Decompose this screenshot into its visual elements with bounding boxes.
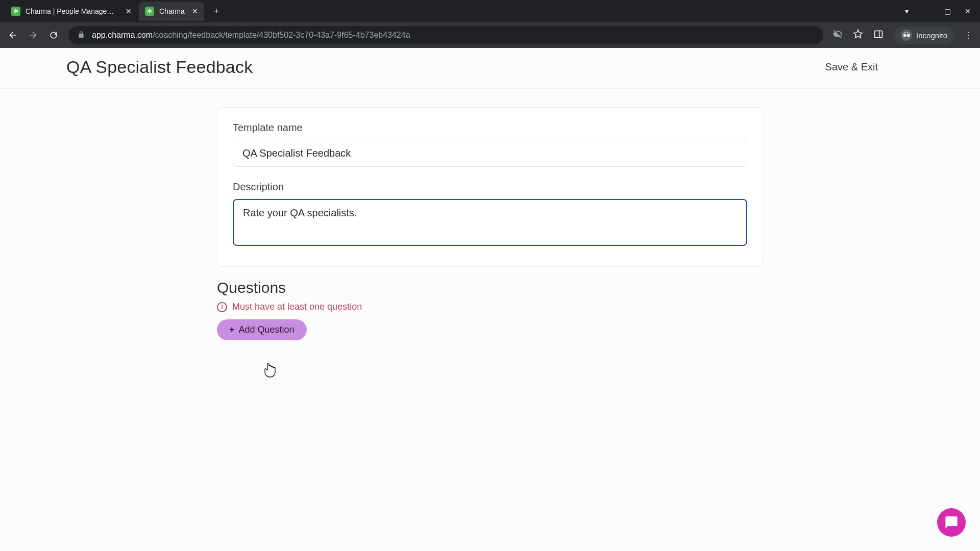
tab-bar: ✻ Charma | People Management S ✕ ✻ Charm… — [0, 0, 980, 22]
description-input[interactable] — [233, 199, 747, 246]
plus-icon: + — [229, 324, 235, 335]
chevron-down-icon[interactable]: ▾ — [901, 7, 912, 15]
description-field: Description — [233, 181, 747, 248]
url-text: app.charma.com/coaching/feedback/templat… — [92, 31, 410, 40]
description-label: Description — [233, 181, 747, 193]
questions-warning-text: Must have at least one question — [232, 302, 362, 312]
content: Template name Description Questions ! Mu… — [0, 89, 980, 340]
back-icon[interactable] — [7, 30, 18, 41]
maximize-icon[interactable]: ▢ — [942, 7, 952, 15]
forward-icon — [28, 30, 39, 41]
window-controls: ▾ — ▢ ✕ — [901, 7, 980, 15]
new-tab-button[interactable]: + — [208, 3, 225, 19]
chat-fab[interactable] — [937, 508, 966, 537]
pointer-cursor-icon — [263, 363, 277, 378]
questions-heading: Questions — [217, 279, 763, 296]
tab-title: Charma | People Management S — [26, 7, 118, 15]
alert-icon: ! — [217, 302, 227, 312]
tab-title: Charma — [159, 7, 185, 15]
incognito-icon: 🕶 — [901, 30, 912, 41]
template-name-input[interactable] — [233, 140, 747, 167]
page-title: QA Specialist Feedback — [66, 57, 253, 77]
close-icon[interactable]: ✕ — [126, 7, 132, 15]
template-card: Template name Description — [217, 107, 763, 267]
questions-section: Questions ! Must have at least one quest… — [217, 279, 763, 340]
browser-chrome: ✻ Charma | People Management S ✕ ✻ Charm… — [0, 0, 980, 48]
address-bar: app.charma.com/coaching/feedback/templat… — [0, 22, 980, 48]
browser-tab[interactable]: ✻ Charma | People Management S ✕ — [5, 2, 138, 21]
incognito-label: Incognito — [916, 31, 947, 40]
template-name-field: Template name — [233, 122, 747, 167]
url-field[interactable]: app.charma.com/coaching/feedback/templat… — [68, 26, 823, 44]
favicon-icon: ✻ — [11, 7, 20, 16]
close-window-icon[interactable]: ✕ — [963, 7, 973, 15]
eye-off-icon[interactable] — [832, 29, 843, 41]
page-header: QA Specialist Feedback Save & Exit — [0, 48, 980, 89]
favicon-icon: ✻ — [145, 7, 154, 16]
star-icon[interactable] — [853, 29, 863, 41]
kebab-menu-icon[interactable]: ⋮ — [965, 31, 973, 40]
svg-rect-0 — [875, 31, 883, 37]
chat-icon — [944, 515, 959, 530]
reload-icon[interactable] — [48, 30, 59, 41]
minimize-icon[interactable]: — — [922, 7, 932, 15]
browser-tab[interactable]: ✻ Charma ✕ — [139, 2, 204, 21]
questions-warning: ! Must have at least one question — [217, 302, 763, 312]
add-question-button[interactable]: + Add Question — [217, 319, 307, 340]
page: QA Specialist Feedback Save & Exit Templ… — [0, 48, 980, 551]
save-exit-button[interactable]: Save & Exit — [825, 61, 878, 73]
address-bar-right: 🕶 Incognito ⋮ — [832, 27, 973, 44]
lock-icon — [78, 31, 85, 40]
incognito-badge[interactable]: 🕶 Incognito — [894, 27, 954, 44]
template-name-label: Template name — [233, 122, 747, 134]
add-question-label: Add Question — [239, 324, 295, 335]
close-icon[interactable]: ✕ — [192, 7, 198, 15]
panel-icon[interactable] — [873, 29, 884, 41]
